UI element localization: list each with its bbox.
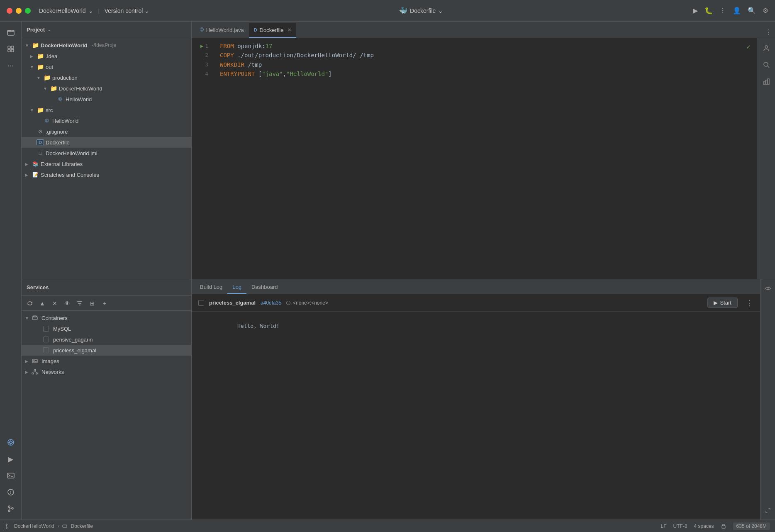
java-tab-label: HelloWorld.java (206, 27, 244, 33)
right-search-icon[interactable] (760, 58, 773, 71)
containers-icon (32, 315, 38, 321)
tree-external-libs[interactable]: ▶ 📚 External Libraries (22, 159, 191, 169)
ellipsis-icon: ··· (7, 61, 14, 70)
mysql-checkbox[interactable] (43, 326, 49, 332)
more-button[interactable]: ⋮ (719, 7, 726, 15)
container-row-checkbox[interactable] (198, 300, 204, 306)
svc-filter-icon[interactable] (75, 298, 85, 308)
sidebar-item-run[interactable]: ▶ (3, 451, 18, 466)
eye-sidebar-icon[interactable] (762, 283, 774, 294)
services-tabs: Build Log Log Dashboard (192, 279, 760, 294)
sidebar-item-problems[interactable] (3, 485, 18, 500)
project-tree: ▼ 📁 DockerHelloWorld ~/IdeaProje ▶ 📁 .id… (22, 38, 191, 279)
run-arrow-icon[interactable]: ▶ (200, 42, 203, 50)
container-more-icon[interactable]: ⋮ (746, 298, 753, 307)
svc-add-more-icon[interactable]: + (100, 298, 110, 308)
container-row-name: priceless_elgamal (209, 300, 256, 306)
svg-point-20 (765, 46, 768, 48)
idea-label: .idea (46, 53, 57, 59)
tree-production[interactable]: ▼ 📁 production (22, 72, 191, 83)
idea-arrow-icon: ▶ (30, 54, 35, 59)
docker-tab-label: Dockerfile (260, 27, 284, 33)
kw-from: FROM (220, 41, 234, 51)
tree-out[interactable]: ▼ 📁 out (22, 61, 191, 72)
sidebar-item-more[interactable]: ··· (3, 58, 18, 73)
tree-gitignore[interactable]: ▶ ⊘ .gitignore (22, 126, 191, 137)
tree-helloworld-src[interactable]: ▶ © HelloWorld (22, 115, 191, 126)
tree-mysql[interactable]: ▶ MySQL (22, 323, 191, 334)
vc-chevron-icon: ⌄ (144, 7, 149, 14)
svc-add-icon[interactable]: ⊞ (87, 298, 97, 308)
tree-pensive-gagarin[interactable]: ▶ pensive_gagarin (22, 334, 191, 345)
code-line-2: COPY ./out/production/DockerHelloWorld/ … (220, 51, 740, 60)
maximize-button[interactable] (25, 8, 31, 14)
sidebar-item-git[interactable] (3, 501, 18, 516)
tree-dockerfile[interactable]: ▶ D Dockerfile (22, 137, 191, 148)
svc-up-icon[interactable]: ▲ (37, 298, 47, 308)
services-panel: Services ▲ ✕ 👁 (22, 279, 775, 520)
svc-eye-icon[interactable]: 👁 (62, 298, 72, 308)
vc-selector[interactable]: Version control ⌄ (105, 7, 150, 14)
services-content: Build Log Log Dashboard priceless_elgama… (192, 279, 760, 520)
project-name: DockerHelloWorld (39, 7, 86, 14)
docker-selector[interactable]: 🐳 Dockerfile ⌄ (399, 7, 443, 15)
svc-close-icon[interactable]: ✕ (50, 298, 60, 308)
tree-networks[interactable]: ▶ Networks (22, 366, 191, 377)
code-editor[interactable]: ▶ 1 2 3 4 FROM openjdk: 17 (192, 38, 757, 279)
priceless-checkbox[interactable] (43, 347, 49, 353)
project-chevron-icon: ⌄ (88, 7, 93, 14)
tree-idea[interactable]: ▶ 📁 .idea (22, 51, 191, 61)
problems-icon (7, 488, 15, 496)
tab-helloworld-java[interactable]: © HelloWorld.java (195, 23, 249, 38)
tree-images[interactable]: ▶ Images (22, 356, 191, 366)
status-position[interactable]: 635 of 2048M (733, 522, 770, 530)
sidebar-item-project[interactable] (3, 25, 18, 40)
tab-dockerfile[interactable]: D Dockerfile ✕ (249, 23, 297, 38)
status-encoding[interactable]: UTF-8 (673, 523, 687, 529)
profile-button[interactable]: 👤 (733, 7, 741, 15)
right-chart-icon[interactable] (760, 75, 773, 88)
tree-containers[interactable]: ▼ Containers (22, 312, 191, 323)
status-lock-icon (721, 523, 726, 529)
main-layout: ··· ▶ (0, 22, 775, 520)
tab-log[interactable]: Log (227, 281, 246, 294)
sidebar-item-terminal[interactable] (3, 468, 18, 483)
sidebar-item-bookmarks[interactable] (3, 41, 18, 56)
container-row-id: a40efa35 (261, 300, 281, 306)
tree-scratches[interactable]: ▶ 📝 Scratches and Consoles (22, 169, 191, 180)
status-line-ending[interactable]: LF (661, 523, 667, 529)
svg-point-6 (10, 441, 12, 444)
svg-point-35 (36, 373, 38, 374)
start-button[interactable]: ▶ Start (707, 298, 738, 308)
tree-helloworld-out[interactable]: ▶ © HelloWorld (22, 94, 191, 105)
right-person-icon[interactable] (760, 41, 773, 55)
svc-refresh-icon[interactable] (25, 298, 35, 308)
tree-src[interactable]: ▼ 📁 src (22, 105, 191, 115)
pensive-checkbox[interactable] (43, 337, 49, 342)
project-selector[interactable]: DockerHelloWorld ⌄ (39, 7, 93, 14)
svg-rect-2 (11, 46, 14, 49)
status-indent[interactable]: 4 spaces (694, 523, 714, 529)
tab-close-icon[interactable]: ✕ (288, 27, 291, 33)
close-button[interactable] (7, 8, 12, 14)
tree-priceless-elgamal[interactable]: ▶ priceless_elgamal (22, 345, 191, 356)
minimize-button[interactable] (16, 8, 22, 14)
sidebar-item-services[interactable] (3, 435, 18, 450)
tab-build-log[interactable]: Build Log (195, 281, 227, 294)
hw-src-label: HelloWorld (52, 118, 78, 124)
search-button[interactable]: 🔍 (748, 7, 756, 15)
tree-dockerhw-nested[interactable]: ▼ 📁 DockerHelloWorld (22, 83, 191, 94)
settings-button[interactable]: ⚙ (763, 7, 768, 15)
run-button[interactable]: ▶ (693, 7, 698, 15)
vc-label: Version control (105, 7, 143, 14)
tab-dashboard[interactable]: Dashboard (246, 281, 283, 294)
expand-sidebar-icon[interactable] (762, 505, 774, 516)
tab-more-icon[interactable]: ⋮ (765, 28, 772, 36)
line-num-2: 2 (192, 51, 212, 60)
scratches-label: Scratches and Consoles (41, 172, 99, 178)
breadcrumb-arrow-icon: › (57, 523, 59, 529)
tree-iml[interactable]: ▶ □ DockerHelloWorld.iml (22, 148, 191, 159)
separator: | (98, 8, 100, 14)
tree-root[interactable]: ▼ 📁 DockerHelloWorld ~/IdeaProje (22, 40, 191, 51)
debug-button[interactable]: 🐛 (704, 7, 713, 15)
